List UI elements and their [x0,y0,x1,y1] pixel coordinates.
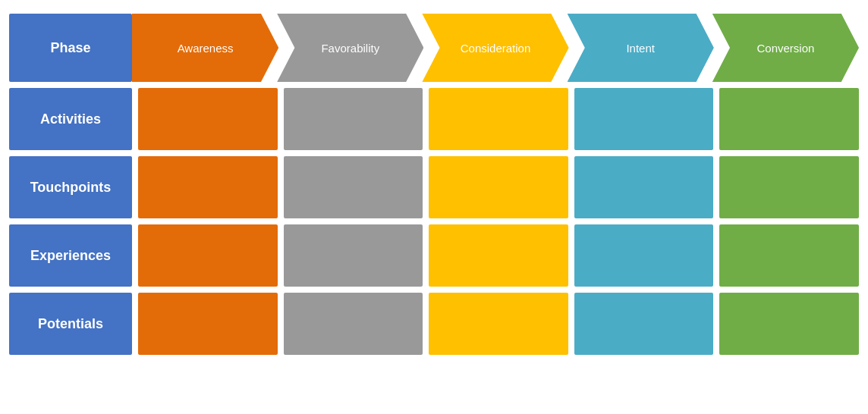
arrow-consideration: Consideration [422,14,568,82]
arrow-intent: Intent [568,14,714,82]
activities-orange [138,88,278,150]
main-container: Phase Awareness Favorability Considerati… [0,0,868,414]
activities-green [719,88,859,150]
arrow-favorability-label: Favorability [321,42,379,55]
phase-label: Phase [9,14,132,82]
touchpoints-yellow [429,156,568,218]
experiences-green [719,224,859,287]
potentials-gray [284,293,423,355]
touchpoints-green [719,156,859,218]
touchpoints-label: Touchpoints [9,156,132,218]
row-touchpoints: Touchpoints [9,156,859,218]
experiences-label: Experiences [9,224,132,287]
potentials-blue [574,293,714,355]
phase-arrows: Awareness Favorability Consideration Int… [132,14,859,82]
arrow-awareness: Awareness [132,14,278,82]
touchpoints-orange [138,156,278,218]
row-activities: Activities [9,88,859,150]
arrow-awareness-label: Awareness [178,42,234,55]
experiences-gray [284,224,423,287]
arrow-conversion: Conversion [712,14,859,82]
experiences-orange [138,224,278,287]
phase-row: Phase Awareness Favorability Considerati… [9,14,859,82]
potentials-label: Potentials [9,293,132,355]
potentials-green [719,293,859,355]
row-experiences: Experiences [9,224,859,287]
arrow-intent-label: Intent [626,42,655,55]
potentials-yellow [429,293,568,355]
touchpoints-gray [284,156,423,218]
activities-gray [284,88,423,150]
arrow-conversion-label: Conversion [756,42,814,55]
arrow-favorability: Favorability [277,14,423,82]
experiences-blue [574,224,714,287]
activities-label: Activities [9,88,132,150]
arrow-consideration-label: Consideration [461,42,531,55]
touchpoints-blue [574,156,714,218]
activities-yellow [429,88,568,150]
potentials-orange [138,293,278,355]
experiences-yellow [429,224,568,287]
activities-blue [574,88,714,150]
row-potentials: Potentials [9,293,859,355]
